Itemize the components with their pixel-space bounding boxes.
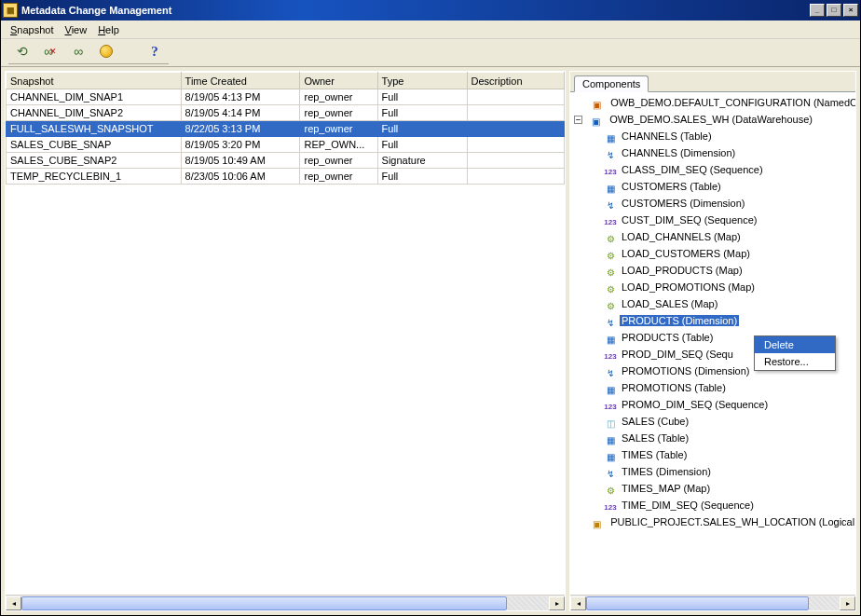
toolbar-help[interactable]: ?	[146, 43, 163, 60]
seq-icon: 123	[603, 164, 618, 177]
col-type[interactable]: Type	[377, 73, 467, 89]
seq-icon: 123	[603, 500, 618, 513]
window-title: Metadata Change Management	[21, 5, 808, 16]
menu-help-label: elp	[105, 24, 119, 35]
cell-type: Signature	[377, 153, 467, 169]
tree-item[interactable]: ⚙TIMES_MAP (Map)	[591, 480, 855, 497]
seq-icon: 123	[603, 349, 618, 362]
left-h-scrollbar[interactable]: ◂ ▸	[6, 595, 565, 610]
cell-time: 8/19/05 10:49 AM	[181, 153, 300, 169]
cell-snapshot: SALES_CUBE_SNAP	[7, 137, 182, 153]
dim-icon: ↯	[603, 466, 618, 479]
seq-icon: 123	[603, 399, 618, 412]
scroll-right-button[interactable]: ▸	[840, 596, 855, 610]
table-row[interactable]: FULL_SALESWH_SNAPSHOT8/22/05 3:13 PMrep_…	[7, 121, 565, 137]
table-icon: ▦	[603, 432, 618, 445]
minimize-button[interactable]: _	[810, 4, 825, 17]
scroll-left-button[interactable]: ◂	[6, 596, 21, 610]
tree-item[interactable]: ▦CUSTOMERS (Table)	[591, 178, 855, 195]
tree-item[interactable]: ⚙LOAD_PRODUCTS (Map)	[591, 262, 855, 279]
scroll-track[interactable]	[21, 596, 549, 610]
tree-item-label: CHANNELS (Table)	[620, 130, 714, 142]
tree-item-label: SALES (Table)	[620, 432, 690, 444]
table-icon: ▦	[603, 449, 618, 462]
menu-snapshot-label: napshot	[17, 24, 53, 35]
toolbar-btn-2[interactable]: ∞✕	[42, 43, 59, 60]
tree-item-label: LOAD_PROMOTIONS (Map)	[620, 281, 757, 293]
location-icon: ▣	[589, 516, 604, 529]
tree-item[interactable]: ⚙LOAD_CUSTOMERS (Map)	[591, 245, 855, 262]
dim-icon: ↯	[603, 365, 618, 378]
tree-item[interactable]: ⚙LOAD_CHANNELS (Map)	[591, 228, 855, 245]
toolbar-btn-3[interactable]: ∞	[70, 43, 87, 60]
scroll-thumb[interactable]	[21, 596, 507, 610]
maximize-button[interactable]: □	[827, 4, 841, 17]
tree-item-label: PROMOTIONS (Dimension)	[620, 365, 752, 376]
snapshot-table[interactable]: Snapshot Time Created Owner Type Descrip…	[6, 72, 565, 185]
table-row[interactable]: CHANNEL_DIM_SNAP18/19/05 4:13 PMrep_owne…	[7, 89, 565, 105]
ctx-restore[interactable]: Restore...	[755, 353, 835, 370]
scroll-thumb[interactable]	[586, 596, 809, 610]
col-owner[interactable]: Owner	[300, 73, 377, 89]
toolbar-btn-1[interactable]: ⟲	[14, 43, 31, 60]
tree-label: OWB_DEMO.SALES_WH (DataWarehouse)	[608, 114, 814, 125]
menu-view[interactable]: View	[60, 22, 93, 37]
app-window: ▦ Metadata Change Management _ □ × Snaps…	[0, 0, 861, 616]
tree-item[interactable]: ▦CHANNELS (Table)	[591, 128, 855, 144]
tree-item[interactable]: ▦TIMES (Table)	[591, 446, 855, 463]
tree-item-label: PROMOTIONS (Table)	[620, 382, 728, 393]
tree-item[interactable]: ▦SALES (Table)	[591, 430, 855, 446]
col-description[interactable]: Description	[467, 73, 564, 89]
menu-snapshot[interactable]: Snapshot	[5, 22, 60, 37]
tree-root-location[interactable]: ▣ PUBLIC_PROJECT.SALES_WH_LOCATION (Logi…	[574, 513, 855, 530]
tab-components[interactable]: Components	[574, 75, 649, 92]
tree-item[interactable]: 123TIME_DIM_SEQ (Sequence)	[591, 497, 855, 513]
title-bar: ▦ Metadata Change Management _ □ ×	[1, 0, 860, 21]
tree-item-label: PRODUCTS (Dimension)	[620, 315, 739, 326]
cell-time: 8/23/05 10:06 AM	[181, 169, 300, 185]
tree-item[interactable]: 123CLASS_DIM_SEQ (Sequence)	[591, 161, 855, 178]
close-button[interactable]: ×	[843, 4, 858, 17]
table-row[interactable]: SALES_CUBE_SNAP28/19/05 10:49 AMrep_owne…	[7, 153, 565, 169]
tree-item[interactable]: ▦PROMOTIONS (Table)	[591, 379, 855, 396]
component-tree[interactable]: ▣ OWB_DEMO.DEFAULT_CONFIGURATION (NamedC…	[572, 94, 855, 530]
tab-bar: Components	[570, 72, 855, 92]
cell-type: Full	[377, 105, 467, 121]
tree-root-dw[interactable]: − ▣ OWB_DEMO.SALES_WH (DataWarehouse) ▦C…	[574, 111, 855, 513]
table-row[interactable]: TEMP_RECYCLEBIN_18/23/05 10:06 AMrep_own…	[7, 169, 565, 185]
link-icon-2: ∞	[74, 44, 83, 59]
scroll-left-button[interactable]: ◂	[570, 596, 586, 610]
tree-item[interactable]: 123CUST_DIM_SEQ (Sequence)	[591, 212, 855, 228]
tree-item[interactable]: ↯CUSTOMERS (Dimension)	[591, 195, 855, 212]
right-h-scrollbar[interactable]: ◂ ▸	[570, 595, 855, 610]
scroll-track[interactable]	[586, 596, 840, 610]
col-snapshot[interactable]: Snapshot	[7, 73, 182, 89]
dw-icon: ▣	[588, 114, 603, 127]
tree-item[interactable]: ⚙LOAD_SALES (Map)	[591, 295, 855, 312]
table-row[interactable]: CHANNEL_DIM_SNAP28/19/05 4:14 PMrep_owne…	[7, 105, 565, 121]
menu-view-label: iew	[72, 24, 88, 35]
menu-help[interactable]: Help	[92, 22, 125, 37]
table-row[interactable]: SALES_CUBE_SNAP8/19/05 3:20 PMREP_OWN...…	[7, 137, 565, 153]
col-time[interactable]: Time Created	[181, 73, 300, 89]
cell-owner: rep_owner	[300, 121, 377, 137]
tree-item[interactable]: ◫SALES (Cube)	[591, 413, 855, 430]
help-icon: ?	[151, 44, 158, 60]
collapse-icon[interactable]: −	[574, 116, 582, 124]
dim-icon: ↯	[603, 315, 618, 328]
cell-description	[467, 105, 564, 121]
tree-item[interactable]: 123PROMO_DIM_SEQ (Sequence)	[591, 396, 855, 413]
tree-item[interactable]: ↯TIMES (Dimension)	[591, 463, 855, 480]
map-icon: ⚙	[603, 298, 618, 311]
toolbar-btn-4[interactable]	[98, 43, 115, 60]
tree-item[interactable]: ↯PRODUCTS (Dimension)	[591, 312, 855, 329]
tree-item-label: CLASS_DIM_SEQ (Sequence)	[620, 164, 765, 175]
map-icon: ⚙	[603, 265, 618, 278]
tree-root-config[interactable]: ▣ OWB_DEMO.DEFAULT_CONFIGURATION (NamedC…	[574, 94, 855, 111]
tree-item[interactable]: ↯CHANNELS (Dimension)	[591, 144, 855, 161]
table-icon: ▦	[603, 332, 618, 345]
cell-type: Full	[377, 169, 467, 185]
ctx-delete[interactable]: Delete	[755, 336, 835, 353]
scroll-right-button[interactable]: ▸	[549, 596, 565, 610]
tree-item[interactable]: ⚙LOAD_PROMOTIONS (Map)	[591, 279, 855, 295]
